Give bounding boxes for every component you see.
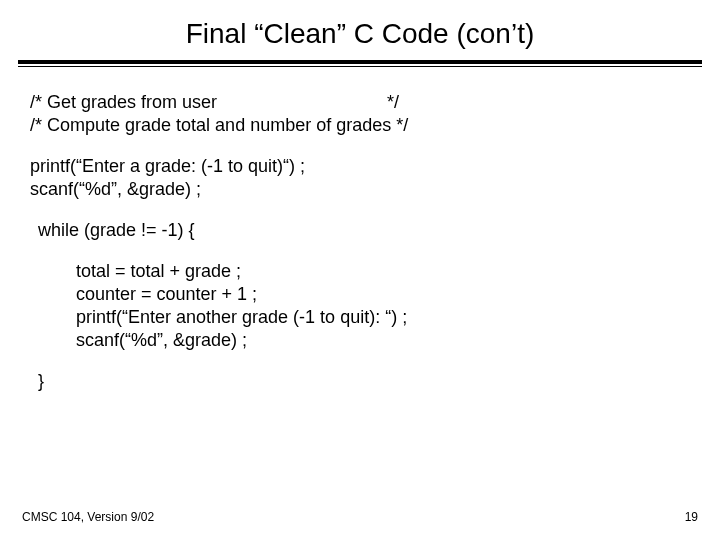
code-line-scanf1: scanf(“%d”, &grade) ; <box>30 178 690 201</box>
code-comment-1: /* Get grades from user */ <box>30 91 690 114</box>
code-line-body4: scanf(“%d”, &grade) ; <box>30 329 690 352</box>
slide: Final “Clean” C Code (con’t) /* Get grad… <box>0 0 720 540</box>
slide-title: Final “Clean” C Code (con’t) <box>0 0 720 60</box>
slide-body: /* Get grades from user */ /* Compute gr… <box>0 73 720 393</box>
code-line-printf1: printf(“Enter a grade: (-1 to quit)“) ; <box>30 155 690 178</box>
footer-course: CMSC 104, Version 9/02 <box>22 510 154 524</box>
code-line-body2: counter = counter + 1 ; <box>30 283 690 306</box>
code-line-while: while (grade != -1) { <box>30 219 690 242</box>
code-comment-2: /* Compute grade total and number of gra… <box>30 114 690 137</box>
title-rule <box>18 60 702 67</box>
code-line-body3: printf(“Enter another grade (-1 to quit)… <box>30 306 690 329</box>
code-line-body1: total = total + grade ; <box>30 260 690 283</box>
code-line-closebrace: } <box>30 370 690 393</box>
footer-page-number: 19 <box>685 510 698 524</box>
